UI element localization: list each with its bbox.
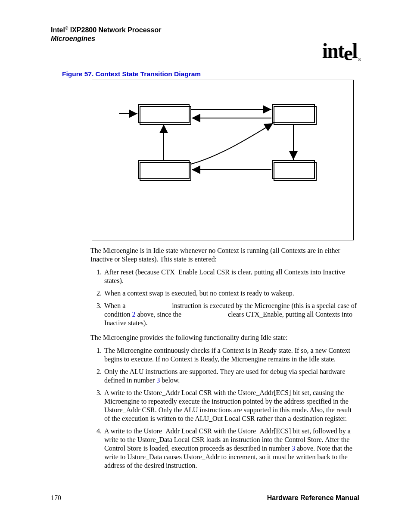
figure-caption: Figure 57. Context State Transition Diag…: [62, 70, 201, 78]
list2-item2-a: Only the ALU instructions are supported.…: [104, 368, 346, 384]
page: Intel® IXP2800 Network Processor Microen…: [0, 0, 411, 532]
logo-text3: l: [352, 39, 357, 62]
list2-item3: A write to the Ustore_Addr Local CSR wit…: [103, 389, 358, 423]
page-header: Intel® IXP2800 Network Processor Microen…: [51, 26, 359, 43]
list1-item3-c: above, since the: [135, 311, 183, 318]
header-line2: Microengines: [51, 35, 95, 42]
logo-text1: int: [322, 39, 344, 62]
list1-item1: After reset (because CTX_Enable Local CS…: [103, 268, 358, 285]
list2-item1: The Microengine continuously checks if a…: [103, 346, 358, 364]
list1-item3-a: When a: [104, 302, 127, 309]
state-box-ready: [272, 105, 314, 123]
diagram-svg: [92, 80, 353, 240]
document-title: Hardware Reference Manual: [267, 494, 359, 502]
xref-number-3b[interactable]: 3: [292, 445, 295, 452]
state-box-executing: [272, 161, 314, 179]
page-number: 170: [51, 494, 61, 502]
logo-text2: e: [344, 42, 352, 65]
list2-item4: A write to the Ustore_Addr Local CSR wit…: [103, 427, 358, 470]
list1-item3: When a instruction is executed by the Mi…: [103, 302, 358, 327]
paragraph-idle-functionality: The Microengine provides the following f…: [90, 333, 358, 342]
page-footer: 170 Hardware Reference Manual: [51, 494, 359, 502]
state-transition-diagram: [92, 80, 354, 240]
logo-reg: ®: [358, 57, 360, 62]
header-title: Intel® IXP2800 Network Processor Microen…: [51, 26, 359, 43]
header-line1-prefix: Intel: [51, 26, 65, 34]
paragraph-idle-intro: The Microengine is in Idle state wheneve…: [90, 246, 358, 264]
header-line1-suffix: IXP2800 Network Processor: [68, 26, 161, 34]
arrow-sleep-to-ready: [191, 123, 273, 164]
intel-logo: intel®: [322, 39, 359, 62]
body-content: The Microengine is in Idle state wheneve…: [90, 246, 358, 476]
list2-item2-b: below.: [160, 376, 180, 384]
list2-item2: Only the ALU instructions are supported.…: [103, 367, 358, 385]
state-box-inactive: [138, 105, 189, 123]
idle-entered-list: After reset (because CTX_Enable Local CS…: [90, 268, 358, 327]
state-box-sleep: [138, 161, 189, 179]
list1-item2: When a context swap is executed, but no …: [103, 289, 358, 298]
idle-functionality-list: The Microengine continuously checks if a…: [90, 346, 358, 470]
